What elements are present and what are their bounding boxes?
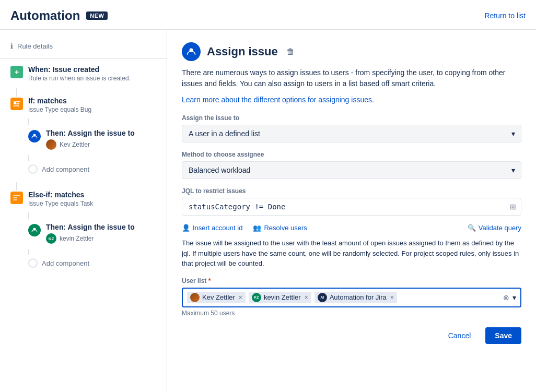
action-1-user: Kev Zettler [60, 141, 90, 148]
rule-details-label: Rule details [17, 42, 53, 50]
add-component-circle-1 [28, 164, 38, 174]
rule-details: ℹ Rule details [0, 38, 167, 59]
right-panel: Assign issue 🗑 There are numerous ways t… [167, 30, 536, 392]
else-condition-description: Issue Type equals Task [28, 200, 93, 207]
add-component-1[interactable]: Add component [0, 155, 167, 174]
condition-label: If: matches [28, 97, 91, 105]
page-title: Automation [10, 8, 80, 23]
jql-input-wrapper: ⊞ [182, 198, 521, 216]
insert-account-icon: 👤 [182, 224, 190, 232]
method-select[interactable]: Balanced workload [182, 161, 521, 179]
user-list-label: User list * [182, 277, 521, 284]
action-1-block[interactable]: Then: Assign the issue to Kev Zettler [0, 118, 167, 150]
user-tag-automation-jira: AI Automation for Jira × [314, 292, 397, 303]
max-users-text: Maximum 50 users [182, 310, 521, 317]
panel-description: There are numerous ways to assign issues… [182, 67, 521, 89]
action-2-user: kevin Zettler [60, 235, 94, 242]
condition-block[interactable]: If: matches Issue Type equals Bug [0, 97, 167, 113]
connector-line-5 [28, 212, 29, 219]
validate-query-link[interactable]: 🔍 Validate query [468, 224, 521, 232]
method-label: Method to choose assignee [182, 151, 521, 158]
sidebar-trigger-item[interactable]: + When: Issue created Rule is run when a… [0, 59, 167, 88]
user-tag-kev-zettler: Kev Zettler × [187, 292, 246, 303]
action-2-icon [28, 224, 41, 236]
connector-line-6 [28, 249, 29, 255]
return-to-list-link[interactable]: Return to list [484, 11, 526, 20]
action-1-label: Then: Assign the issue to [46, 129, 135, 137]
trigger-description: Rule is run when an issue is created. [28, 75, 131, 82]
user-list-controls: ⊗ ▾ [503, 293, 516, 302]
user-list-clear-icon[interactable]: ⊗ [503, 293, 509, 302]
trigger-label: When: Issue created [28, 65, 131, 74]
jql-input[interactable] [182, 198, 521, 216]
assign-select[interactable]: A user in a defined list [182, 125, 521, 142]
kevin-zettler-name: kevin Zettler [264, 293, 301, 301]
add-component-1-label: Add component [42, 165, 89, 173]
action-links-row: 👤 Insert account id 👥 Resolve users 🔍 Va… [182, 224, 521, 232]
insert-account-id-link[interactable]: 👤 Insert account id [182, 224, 242, 232]
kev-zettler-remove[interactable]: × [239, 294, 242, 301]
resolve-users-label: Resolve users [264, 224, 307, 232]
jql-expand-icon[interactable]: ⊞ [510, 203, 516, 211]
action-2-label: Then: Assign the issue to [46, 223, 135, 231]
add-component-circle-2 [28, 258, 38, 268]
kev-zettler-name: Kev Zettler [202, 293, 235, 301]
else-condition-block[interactable]: Else-if: matches Issue Type equals Task [0, 191, 167, 207]
panel-icon [182, 42, 201, 61]
avatar-kevin-zettler: KZ [46, 233, 56, 244]
connector-line-3 [28, 155, 29, 161]
info-icon: ℹ [10, 42, 13, 50]
learn-more-link[interactable]: Learn more about the different options f… [182, 96, 521, 104]
cancel-button[interactable]: Cancel [439, 327, 481, 344]
spacer-1 [0, 174, 167, 182]
add-component-2-label: Add component [42, 259, 89, 267]
required-star: * [208, 277, 211, 284]
action-2-block[interactable]: Then: Assign the issue to KZ kevin Zettl… [0, 212, 167, 244]
method-field-group: Method to choose assignee Balanced workl… [182, 151, 521, 179]
resolve-users-icon: 👥 [253, 224, 261, 232]
assign-label: Assign the issue to [182, 114, 521, 122]
panel-title: Assign issue [207, 45, 278, 58]
resolve-users-link[interactable]: 👥 Resolve users [253, 224, 307, 232]
avatar-kevin-tag: KZ [252, 293, 261, 302]
method-select-wrapper: Balanced workload [182, 161, 521, 179]
jql-label: JQL to restrict issues [182, 187, 521, 195]
insert-account-label: Insert account id [193, 224, 242, 232]
user-list-field-group: User list * Kev Zettler × KZ kevin Zettl… [182, 277, 521, 317]
panel-header: Assign issue 🗑 [182, 42, 521, 61]
avatar-ai-tag: AI [318, 293, 327, 302]
new-badge: NEW [86, 11, 108, 20]
trash-icon[interactable]: 🗑 [286, 47, 295, 56]
action-1-icon [28, 130, 41, 142]
kevin-zettler-remove[interactable]: × [305, 294, 308, 301]
user-list-label-text: User list [182, 277, 206, 284]
info-text: The issue will be assigned to the user w… [182, 238, 521, 269]
validate-icon: 🔍 [468, 224, 476, 232]
trigger-icon: + [10, 66, 23, 78]
add-component-2[interactable]: Add component [0, 249, 167, 268]
user-list-input[interactable]: Kev Zettler × KZ kevin Zettler × AI Auto… [182, 288, 521, 307]
avatar-kev-tag [190, 293, 200, 302]
assign-select-wrapper: A user in a defined list [182, 125, 521, 142]
connector-line-4 [16, 182, 17, 191]
automation-jira-name: Automation for Jira [330, 293, 387, 301]
assign-field-group: Assign the issue to A user in a defined … [182, 114, 521, 142]
else-condition-label: Else-if: matches [28, 191, 93, 199]
else-condition-icon [10, 192, 23, 204]
footer-buttons: Cancel Save [182, 327, 521, 344]
condition-description: Issue Type equals Bug [28, 106, 91, 113]
user-list-dropdown-icon[interactable]: ▾ [512, 293, 516, 302]
automation-jira-remove[interactable]: × [390, 294, 394, 301]
condition-icon [10, 98, 23, 110]
avatar-kev-zettler [46, 139, 56, 150]
validate-query-label: Validate query [479, 224, 521, 232]
save-button[interactable]: Save [485, 327, 521, 344]
jql-field-group: JQL to restrict issues ⊞ [182, 187, 521, 216]
user-tag-kevin-zettler: KZ kevin Zettler × [249, 292, 311, 303]
connector-line-2 [28, 118, 29, 125]
connector-line-1 [16, 88, 17, 97]
